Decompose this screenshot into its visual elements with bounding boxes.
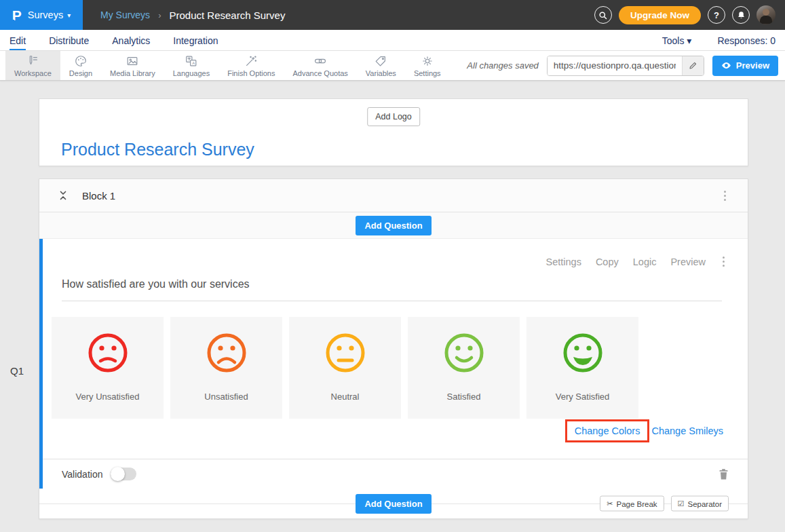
upgrade-now-button[interactable]: Upgrade Now: [619, 6, 701, 24]
notifications-button[interactable]: [732, 6, 750, 24]
eye-icon: [721, 62, 731, 69]
tools-menu[interactable]: Tools ▾: [662, 35, 692, 46]
toolbar-right: All changes saved Preview: [467, 51, 785, 80]
question-text[interactable]: How satisfied are you with our services: [62, 278, 722, 301]
smiley-links: Change Colors Change Smileys: [565, 419, 723, 442]
tab-distribute[interactable]: Distribute: [49, 35, 89, 50]
smiley-unsatisfied-icon: [205, 331, 248, 375]
option-label: Satisfied: [447, 392, 481, 402]
toggle-knob: [111, 467, 125, 481]
survey-url-input[interactable]: [548, 56, 682, 75]
breadcrumb-current-survey: Product Research Survey: [169, 10, 285, 21]
toolbar-settings-label: Settings: [414, 69, 441, 77]
product-switcher[interactable]: P Surveys ▾: [0, 0, 83, 30]
block-card: Block 1 Add Question Settings Copy Logic…: [39, 178, 748, 519]
validation-toggle[interactable]: [111, 468, 136, 480]
toolbar-design-label: Design: [69, 69, 92, 77]
block-menu-dots-icon[interactable]: [721, 188, 729, 204]
change-colors-annotation-box: Change Colors: [565, 419, 650, 442]
toolbar-languages-label: Languages: [173, 69, 210, 77]
toolbar-variables-label: Variables: [366, 69, 396, 77]
user-avatar[interactable]: [757, 5, 776, 24]
question-menu-dots-icon[interactable]: [720, 254, 727, 269]
tab-analytics[interactable]: Analytics: [112, 35, 150, 50]
smiley-very-satisfied-icon: [561, 331, 605, 375]
chain-icon: [313, 54, 327, 68]
block-header: Block 1: [39, 179, 748, 212]
question-actions: Settings Copy Logic Preview: [545, 254, 727, 269]
survey-url-box: [547, 56, 704, 76]
option-unsatisfied[interactable]: Unsatisfied: [170, 317, 282, 419]
option-neutral[interactable]: Neutral: [289, 317, 401, 419]
breadcrumb: My Surveys › Product Research Survey: [100, 10, 285, 21]
question-preview-link[interactable]: Preview: [670, 256, 706, 267]
tag-icon: [374, 54, 387, 68]
translate-icon: A: [185, 54, 198, 68]
change-smileys-link[interactable]: Change Smileys: [651, 425, 723, 436]
question-copy-link[interactable]: Copy: [596, 256, 619, 267]
responses-count[interactable]: Responses: 0: [717, 35, 776, 46]
question-logic-link[interactable]: Logic: [633, 256, 657, 267]
smiley-options: Very Unsatisfied Unsatisfied: [52, 317, 638, 419]
smiley-very-unsatisfied-icon: [86, 331, 130, 375]
toolbar-finish-options[interactable]: Finish Options: [218, 51, 284, 80]
survey-header-card: Add Logo Product Research Survey: [39, 98, 748, 166]
toolbar-media-library[interactable]: Media Library: [101, 51, 164, 80]
toolbar-design[interactable]: Design: [60, 51, 101, 80]
svg-text:A: A: [192, 60, 195, 64]
topbar: P Surveys ▾ My Surveys › Product Researc…: [0, 0, 785, 30]
topbar-actions: Upgrade Now ?: [594, 5, 785, 24]
checkbox-icon: ☑: [678, 499, 685, 508]
editor-toolbar: Workspace Design Media Library A Languag…: [0, 51, 785, 81]
toolbar-workspace[interactable]: Workspace: [5, 51, 60, 80]
survey-title[interactable]: Product Research Survey: [61, 140, 254, 159]
change-colors-link[interactable]: Change Colors: [575, 425, 640, 436]
trash-icon: [719, 468, 729, 480]
question-card: Settings Copy Logic Preview How satisfie…: [39, 239, 748, 489]
nav-right: Tools ▾ Responses: 0: [662, 35, 776, 50]
option-very-satisfied[interactable]: Very Satisfied: [526, 317, 638, 419]
search-button[interactable]: [594, 6, 612, 24]
breadcrumb-my-surveys[interactable]: My Surveys: [100, 10, 150, 20]
preview-button-label: Preview: [736, 60, 769, 71]
add-logo-button[interactable]: Add Logo: [367, 107, 420, 126]
option-label: Very Satisfied: [556, 392, 610, 402]
validation-label: Validation: [62, 469, 102, 480]
workspace-icon: [26, 54, 39, 68]
toolbar-languages[interactable]: A Languages: [164, 51, 218, 80]
delete-question-button[interactable]: [719, 468, 729, 480]
add-question-row-bottom: Add Question ✂ Page Break ☑ Separator: [39, 489, 748, 518]
smiley-neutral-icon: [324, 331, 367, 375]
add-question-row-top: Add Question: [39, 212, 748, 239]
tab-integration[interactable]: Integration: [173, 35, 218, 50]
toolbar-finish-options-label: Finish Options: [227, 69, 275, 77]
footer-right-buttons: ✂ Page Break ☑ Separator: [600, 496, 729, 512]
toolbar-advance-quotas[interactable]: Advance Quotas: [284, 51, 356, 80]
search-icon: [598, 11, 607, 20]
gear-icon: [421, 54, 434, 68]
breadcrumb-separator-icon: ›: [158, 10, 161, 20]
tab-edit[interactable]: Edit: [9, 35, 26, 50]
scissors-icon: ✂: [607, 499, 613, 508]
add-question-button-bottom[interactable]: Add Question: [356, 494, 431, 514]
add-question-button-top[interactable]: Add Question: [356, 216, 431, 235]
survey-nav: Edit Distribute Analytics Integration To…: [0, 30, 785, 51]
option-satisfied[interactable]: Satisfied: [408, 317, 520, 419]
validation-row: Validation: [43, 459, 748, 489]
bell-icon: [737, 11, 746, 20]
option-label: Unsatisfied: [204, 392, 248, 402]
collapse-block-icon[interactable]: [58, 191, 68, 200]
help-button[interactable]: ?: [708, 6, 725, 24]
toolbar-settings[interactable]: Settings: [405, 51, 450, 80]
separator-button[interactable]: ☑ Separator: [671, 496, 729, 512]
question-settings-link[interactable]: Settings: [545, 256, 581, 267]
option-label: Neutral: [331, 392, 360, 402]
option-very-unsatisfied[interactable]: Very Unsatisfied: [52, 317, 164, 419]
preview-button[interactable]: Preview: [712, 56, 778, 76]
toolbar-variables[interactable]: Variables: [357, 51, 405, 80]
toolbar-workspace-label: Workspace: [14, 69, 52, 77]
block-title[interactable]: Block 1: [82, 190, 115, 202]
edit-url-button[interactable]: [682, 56, 704, 75]
page-break-button[interactable]: ✂ Page Break: [600, 496, 664, 512]
wand-icon: [244, 54, 258, 68]
